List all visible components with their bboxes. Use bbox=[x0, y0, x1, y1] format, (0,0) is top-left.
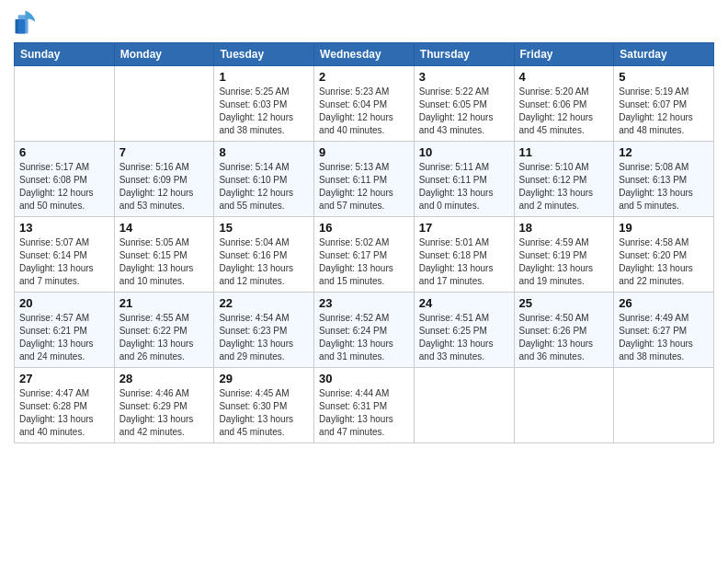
calendar-cell: 7Sunrise: 5:16 AMSunset: 6:09 PMDaylight… bbox=[114, 142, 214, 217]
day-info: Sunrise: 5:05 AMSunset: 6:15 PMDaylight:… bbox=[119, 236, 210, 288]
day-info: Sunrise: 4:46 AMSunset: 6:29 PMDaylight:… bbox=[119, 387, 210, 439]
day-number: 15 bbox=[219, 221, 309, 235]
day-number: 21 bbox=[119, 296, 210, 310]
day-number: 29 bbox=[219, 372, 309, 385]
calendar-cell: 9Sunrise: 5:13 AMSunset: 6:11 PMDaylight… bbox=[314, 142, 415, 217]
logo-icon bbox=[14, 9, 40, 35]
weekday-header-row: SundayMondayTuesdayWednesdayThursdayFrid… bbox=[15, 43, 714, 66]
day-number: 7 bbox=[119, 145, 210, 159]
day-number: 10 bbox=[419, 145, 509, 159]
calendar-cell: 3Sunrise: 5:22 AMSunset: 6:05 PMDaylight… bbox=[414, 66, 514, 142]
day-info: Sunrise: 5:02 AMSunset: 6:17 PMDaylight:… bbox=[319, 236, 409, 288]
day-info: Sunrise: 5:14 AMSunset: 6:10 PMDaylight:… bbox=[219, 161, 309, 213]
day-number: 5 bbox=[619, 70, 709, 84]
weekday-header-wednesday: Wednesday bbox=[314, 43, 415, 66]
calendar-cell: 23Sunrise: 4:52 AMSunset: 6:24 PMDayligh… bbox=[314, 293, 415, 368]
day-number: 23 bbox=[319, 296, 409, 310]
day-number: 6 bbox=[19, 145, 109, 159]
day-info: Sunrise: 5:01 AMSunset: 6:18 PMDaylight:… bbox=[419, 236, 509, 288]
day-info: Sunrise: 5:08 AMSunset: 6:13 PMDaylight:… bbox=[619, 161, 709, 213]
weekday-header-thursday: Thursday bbox=[414, 43, 514, 66]
day-number: 11 bbox=[519, 145, 609, 159]
calendar-cell: 29Sunrise: 4:45 AMSunset: 6:30 PMDayligh… bbox=[214, 368, 314, 443]
calendar-cell: 12Sunrise: 5:08 AMSunset: 6:13 PMDayligh… bbox=[614, 142, 714, 217]
calendar-cell: 6Sunrise: 5:17 AMSunset: 6:08 PMDaylight… bbox=[15, 142, 115, 217]
calendar-cell: 1Sunrise: 5:25 AMSunset: 6:03 PMDaylight… bbox=[214, 66, 314, 142]
day-info: Sunrise: 4:49 AMSunset: 6:27 PMDaylight:… bbox=[619, 312, 709, 363]
day-number: 13 bbox=[19, 221, 109, 235]
day-number: 8 bbox=[219, 145, 309, 159]
day-number: 4 bbox=[519, 70, 609, 84]
calendar-cell bbox=[414, 368, 514, 443]
calendar-cell bbox=[114, 66, 214, 142]
day-number: 24 bbox=[419, 296, 509, 310]
day-info: Sunrise: 5:16 AMSunset: 6:09 PMDaylight:… bbox=[119, 161, 210, 213]
day-info: Sunrise: 4:44 AMSunset: 6:31 PMDaylight:… bbox=[319, 387, 409, 439]
day-info: Sunrise: 4:52 AMSunset: 6:24 PMDaylight:… bbox=[319, 312, 409, 363]
calendar-cell: 8Sunrise: 5:14 AMSunset: 6:10 PMDaylight… bbox=[214, 142, 314, 217]
day-number: 1 bbox=[219, 70, 309, 84]
day-number: 16 bbox=[319, 221, 409, 235]
day-number: 28 bbox=[119, 372, 210, 385]
day-number: 26 bbox=[619, 296, 709, 310]
day-info: Sunrise: 4:50 AMSunset: 6:26 PMDaylight:… bbox=[519, 312, 609, 363]
day-number: 30 bbox=[319, 372, 409, 385]
day-info: Sunrise: 5:17 AMSunset: 6:08 PMDaylight:… bbox=[19, 161, 109, 213]
calendar-cell bbox=[514, 368, 614, 443]
day-info: Sunrise: 5:22 AMSunset: 6:05 PMDaylight:… bbox=[419, 86, 509, 137]
calendar-cell: 17Sunrise: 5:01 AMSunset: 6:18 PMDayligh… bbox=[414, 217, 514, 293]
calendar-table: SundayMondayTuesdayWednesdayThursdayFrid… bbox=[14, 42, 714, 443]
day-info: Sunrise: 4:59 AMSunset: 6:19 PMDaylight:… bbox=[519, 236, 609, 288]
calendar-cell: 24Sunrise: 4:51 AMSunset: 6:25 PMDayligh… bbox=[414, 293, 514, 368]
calendar-cell: 30Sunrise: 4:44 AMSunset: 6:31 PMDayligh… bbox=[314, 368, 415, 443]
weekday-header-monday: Monday bbox=[114, 43, 214, 66]
day-number: 3 bbox=[419, 70, 509, 84]
calendar-cell: 25Sunrise: 4:50 AMSunset: 6:26 PMDayligh… bbox=[514, 293, 614, 368]
calendar-cell: 2Sunrise: 5:23 AMSunset: 6:04 PMDaylight… bbox=[314, 66, 415, 142]
calendar-cell: 19Sunrise: 4:58 AMSunset: 6:20 PMDayligh… bbox=[614, 217, 714, 293]
calendar-cell: 26Sunrise: 4:49 AMSunset: 6:27 PMDayligh… bbox=[614, 293, 714, 368]
day-number: 22 bbox=[219, 296, 309, 310]
calendar-cell: 16Sunrise: 5:02 AMSunset: 6:17 PMDayligh… bbox=[314, 217, 415, 293]
day-info: Sunrise: 5:04 AMSunset: 6:16 PMDaylight:… bbox=[219, 236, 309, 288]
day-number: 14 bbox=[119, 221, 210, 235]
calendar-week-row: 6Sunrise: 5:17 AMSunset: 6:08 PMDaylight… bbox=[15, 142, 714, 217]
calendar-cell: 22Sunrise: 4:54 AMSunset: 6:23 PMDayligh… bbox=[214, 293, 314, 368]
weekday-header-tuesday: Tuesday bbox=[214, 43, 314, 66]
day-number: 19 bbox=[619, 221, 709, 235]
weekday-header-saturday: Saturday bbox=[614, 43, 714, 66]
logo bbox=[14, 9, 43, 35]
day-number: 25 bbox=[519, 296, 609, 310]
day-info: Sunrise: 4:55 AMSunset: 6:22 PMDaylight:… bbox=[119, 312, 210, 363]
day-info: Sunrise: 5:10 AMSunset: 6:12 PMDaylight:… bbox=[519, 161, 609, 213]
day-info: Sunrise: 5:23 AMSunset: 6:04 PMDaylight:… bbox=[319, 86, 409, 137]
calendar-cell: 27Sunrise: 4:47 AMSunset: 6:28 PMDayligh… bbox=[15, 368, 115, 443]
day-number: 2 bbox=[319, 70, 409, 84]
day-info: Sunrise: 5:19 AMSunset: 6:07 PMDaylight:… bbox=[619, 86, 709, 137]
day-info: Sunrise: 5:11 AMSunset: 6:11 PMDaylight:… bbox=[419, 161, 509, 213]
day-number: 17 bbox=[419, 221, 509, 235]
day-number: 18 bbox=[519, 221, 609, 235]
day-info: Sunrise: 4:54 AMSunset: 6:23 PMDaylight:… bbox=[219, 312, 309, 363]
calendar-week-row: 13Sunrise: 5:07 AMSunset: 6:14 PMDayligh… bbox=[15, 217, 714, 293]
day-info: Sunrise: 4:51 AMSunset: 6:25 PMDaylight:… bbox=[419, 312, 509, 363]
calendar-cell: 4Sunrise: 5:20 AMSunset: 6:06 PMDaylight… bbox=[514, 66, 614, 142]
day-info: Sunrise: 4:47 AMSunset: 6:28 PMDaylight:… bbox=[19, 387, 109, 439]
calendar-cell: 28Sunrise: 4:46 AMSunset: 6:29 PMDayligh… bbox=[114, 368, 214, 443]
calendar-cell: 11Sunrise: 5:10 AMSunset: 6:12 PMDayligh… bbox=[514, 142, 614, 217]
day-info: Sunrise: 5:25 AMSunset: 6:03 PMDaylight:… bbox=[219, 86, 309, 137]
calendar-cell bbox=[614, 368, 714, 443]
weekday-header-friday: Friday bbox=[514, 43, 614, 66]
day-info: Sunrise: 5:20 AMSunset: 6:06 PMDaylight:… bbox=[519, 86, 609, 137]
day-info: Sunrise: 4:45 AMSunset: 6:30 PMDaylight:… bbox=[219, 387, 309, 439]
page-header bbox=[14, 9, 714, 35]
calendar-week-row: 20Sunrise: 4:57 AMSunset: 6:21 PMDayligh… bbox=[15, 293, 714, 368]
weekday-header-sunday: Sunday bbox=[15, 43, 115, 66]
calendar-cell: 14Sunrise: 5:05 AMSunset: 6:15 PMDayligh… bbox=[114, 217, 214, 293]
calendar-cell: 10Sunrise: 5:11 AMSunset: 6:11 PMDayligh… bbox=[414, 142, 514, 217]
calendar-cell bbox=[15, 66, 115, 142]
day-number: 27 bbox=[19, 372, 109, 385]
calendar-cell: 5Sunrise: 5:19 AMSunset: 6:07 PMDaylight… bbox=[614, 66, 714, 142]
calendar-cell: 18Sunrise: 4:59 AMSunset: 6:19 PMDayligh… bbox=[514, 217, 614, 293]
day-info: Sunrise: 5:07 AMSunset: 6:14 PMDaylight:… bbox=[19, 236, 109, 288]
